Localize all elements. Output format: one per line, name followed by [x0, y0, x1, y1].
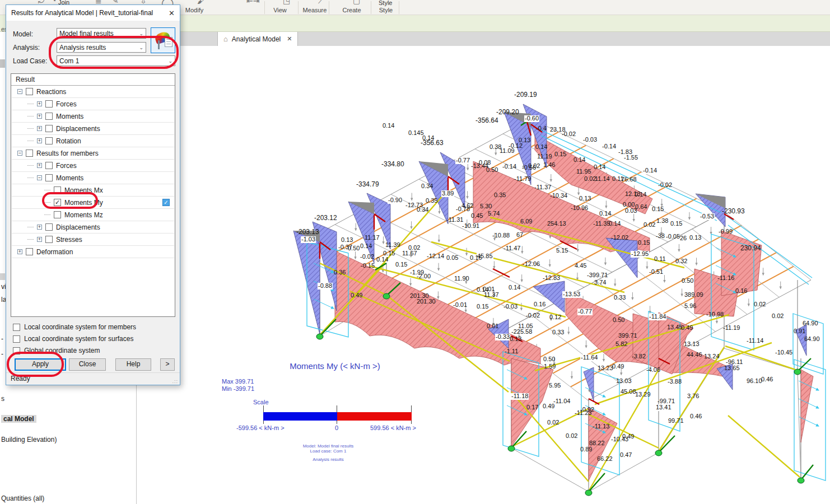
tree-row-label: Forces [56, 100, 77, 108]
expand-icon[interactable]: + [37, 101, 42, 106]
option-local-members[interactable]: Local coordinate system for members [13, 323, 136, 331]
moment-value: 0.15 [554, 151, 566, 158]
tab-close-icon[interactable]: ✕ [287, 35, 292, 43]
checkbox[interactable] [13, 324, 20, 331]
moment-value: -0.02 [526, 312, 540, 319]
row-checkbox[interactable] [45, 113, 53, 120]
option-local-surfaces[interactable]: Local coordinate system for surfaces [13, 335, 133, 343]
align-icons[interactable]: ⇤⇥ [246, 0, 259, 5]
row-checkbox[interactable] [45, 162, 53, 169]
row-checkbox[interactable] [45, 223, 53, 231]
checkbox[interactable] [13, 335, 20, 343]
row-checkbox[interactable] [26, 248, 33, 255]
tree-connector [27, 116, 34, 116]
expand-icon[interactable]: + [37, 237, 42, 242]
row-checkbox[interactable] [45, 100, 53, 108]
apply-button[interactable]: Apply [15, 358, 66, 371]
collapse-icon[interactable]: − [17, 151, 22, 156]
row-checkbox[interactable] [45, 236, 53, 243]
moment-value: 11.19 [537, 153, 552, 160]
tree-row-label: Rotation [56, 137, 81, 145]
panel-label-modify[interactable]: Modify [185, 7, 203, 13]
tree-row-displacements[interactable]: +Displacements [12, 221, 174, 234]
expand-icon[interactable]: + [37, 225, 42, 230]
tree-row-reactions[interactable]: −Reactions [12, 86, 174, 98]
browser-item[interactable]: Quantities (all) [1, 494, 44, 502]
help-button[interactable]: Help [115, 358, 151, 371]
row-checkbox[interactable] [26, 150, 33, 157]
color-legend-button[interactable] [151, 27, 175, 53]
row-checkbox[interactable]: ✓ [54, 199, 61, 206]
moment-value: -11.14 [747, 338, 763, 344]
results-dialog: Results for Analytical Model | Revit_tut… [6, 4, 180, 385]
tree-row-label: Displacements [56, 125, 100, 133]
tree-row-rotation[interactable]: +Rotation [12, 135, 174, 147]
moment-value: -13.53 [562, 291, 581, 298]
browser-item[interactable]: - [1, 335, 3, 343]
moment-value: 0.89 [580, 446, 592, 453]
row-checkbox[interactable] [45, 174, 53, 181]
moment-value: -0.78 [456, 206, 470, 213]
collapse-icon[interactable]: − [17, 89, 22, 94]
tree-row-moments-my[interactable]: ✓Moments My✓ [12, 197, 174, 209]
row-checkbox[interactable] [54, 186, 61, 194]
tree-row-forces[interactable]: +Forces [12, 160, 174, 172]
panel-label-measure[interactable]: Measure [303, 7, 327, 13]
paint-icon[interactable]: 🖌 [197, 0, 205, 5]
moment-value: 13.13 [684, 341, 700, 348]
model-dropdown[interactable]: Model final results ⌄ [57, 28, 146, 39]
dialog-title: Results for Analytical Model | Revit_tut… [11, 9, 153, 17]
browser-item[interactable]: cal Model [1, 415, 36, 423]
analysis-dropdown[interactable]: Analysis results ⌄ [57, 42, 146, 53]
row-checkbox[interactable] [54, 211, 61, 218]
tree-row-moments[interactable]: −Moments [12, 172, 174, 184]
moment-value: 5.95 [549, 382, 561, 389]
browser-item[interactable]: s [1, 395, 4, 403]
moment-value: -203.12 [314, 214, 337, 222]
tree-row-label: Moments [56, 174, 83, 182]
measure-icon[interactable]: ⟋ [318, 0, 324, 6]
loadcase-dropdown[interactable]: Com 1 ⌄ [57, 55, 175, 66]
moment-value: 0.34 [421, 183, 433, 190]
tree-row-forces[interactable]: +Forces [12, 98, 174, 110]
expand-button[interactable]: > [160, 358, 175, 371]
browser-item[interactable]: Building Elevation) [1, 436, 57, 444]
checkbox[interactable] [13, 347, 20, 354]
panel-label-style[interactable]: Style [379, 7, 393, 13]
row-checkbox[interactable] [45, 137, 53, 144]
browser-item[interactable]: - [1, 350, 3, 358]
moment-value: -209.20 [496, 109, 519, 116]
create-icon[interactable]: ▢ [353, 0, 360, 5]
color-fan-icon-stem [158, 40, 160, 49]
option-global-system[interactable]: Global coordinate system [13, 347, 100, 354]
tree-row-deformation[interactable]: +Deformation [12, 246, 174, 258]
expand-icon[interactable]: + [37, 114, 42, 119]
visibility-checkbox[interactable]: ✓ [162, 199, 170, 206]
resize-grip[interactable]: .:: [172, 379, 178, 384]
tree-connector [27, 227, 34, 227]
tab-analytical-model[interactable]: ⌂ Analytical Model ✕ [217, 32, 298, 46]
expand-icon[interactable]: + [17, 249, 22, 254]
model-field-label: Model: [13, 30, 33, 38]
style-dropdown[interactable]: Style [379, 0, 392, 6]
tree-row-displacements[interactable]: +Displacements [12, 123, 174, 135]
expand-icon[interactable]: + [37, 126, 42, 131]
collapse-icon[interactable]: − [37, 175, 42, 180]
tree-row-moments-mx[interactable]: Moments Mx [12, 184, 174, 197]
close-button[interactable]: Close [69, 358, 106, 371]
row-checkbox[interactable] [45, 125, 53, 132]
dialog-title-bar[interactable]: Results for Analytical Model | Revit_tut… [6, 5, 180, 21]
row-checkbox[interactable] [26, 88, 33, 95]
tree-row-results-for-members[interactable]: −Results for members [12, 147, 174, 160]
expand-icon[interactable]: + [37, 163, 42, 168]
tree-row-moments[interactable]: +Moments [12, 110, 174, 123]
panel-label-view[interactable]: View [273, 7, 287, 13]
panel-label-create[interactable]: Create [342, 7, 361, 13]
expand-icon[interactable]: + [37, 138, 42, 143]
tree-row-stresses[interactable]: +Stresses [12, 234, 174, 246]
legend-left-value: -599.56 < kN-m > [236, 424, 285, 431]
moment-value: 13.03 [616, 378, 632, 385]
dialog-close-icon[interactable]: ✕ [169, 9, 175, 17]
tree-row-moments-mz[interactable]: Moments Mz [12, 209, 174, 221]
view-icon[interactable]: ◳ [283, 0, 290, 5]
